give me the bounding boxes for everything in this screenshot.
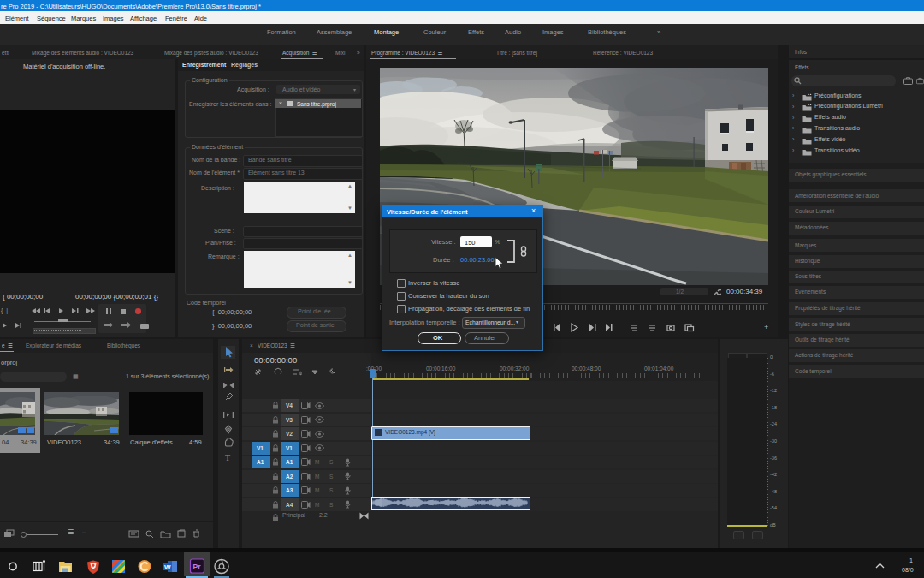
svg-text:T: T [225,453,230,462]
svg-text:08/0: 08/0 [902,567,914,573]
svg-text:W: W [164,563,171,571]
svg-text:1: 1 [909,557,913,563]
svg-text:Pr: Pr [193,563,202,571]
